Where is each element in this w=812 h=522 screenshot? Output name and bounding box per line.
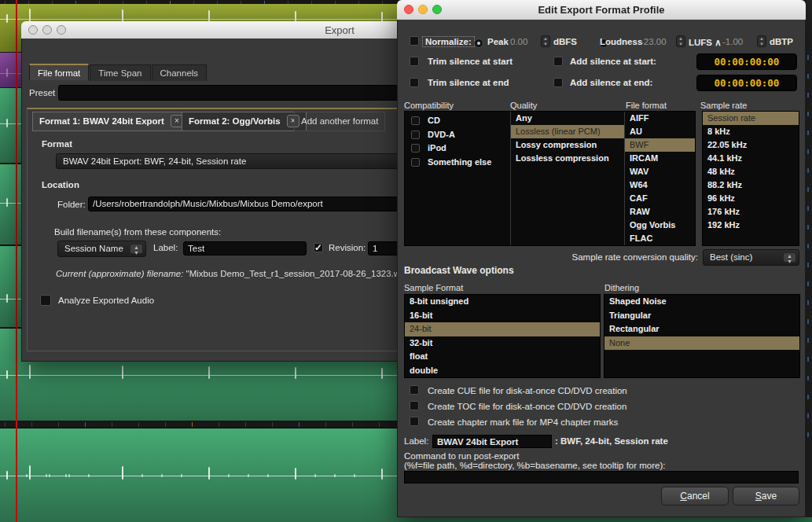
spinner-icon[interactable]: ▲▼ [757,35,766,47]
list-item[interactable]: 176 kHz [703,205,799,219]
revision-checkbox[interactable]: ✓ [314,243,323,252]
export-tabbar: File formatTime SpanChannels [29,64,208,81]
dbfs-label: dBFS [553,37,577,46]
list-item[interactable]: Triangular [604,309,799,323]
add-silence-end-label: Add silence at end: [570,78,652,87]
src-quality-select[interactable]: Best (sinc) ▲▼ [703,249,799,266]
list-item[interactable]: 8-bit unsigned [405,295,600,309]
create-cue-checkbox[interactable] [410,385,419,395]
list-item[interactable]: Ogg Vorbis [625,219,696,232]
list-item[interactable]: float [405,350,600,364]
quality-header: Quality [510,101,537,110]
list-item[interactable]: Session rate [703,112,799,125]
list-item[interactable]: 88.2 kHz [703,178,799,192]
silence-end-timecode[interactable]: 00:00:00:00 [696,75,797,91]
label-input[interactable]: Test [183,241,307,255]
current-filename-value: "Mixbus Demo_Test_r1_session_2017-08-26_… [186,269,413,278]
list-item[interactable]: Shaped Noise [604,295,799,309]
list-item[interactable]: 192 kHz [703,219,799,232]
peak-radio[interactable] [474,39,483,48]
dialog-title: Edit Export Format Profile [397,4,806,16]
list-item[interactable]: Any [511,112,624,125]
list-item[interactable]: Rectangular [604,322,799,336]
list-item[interactable]: 22.05 kHz [703,138,799,152]
checkbox[interactable] [411,130,420,139]
list-item[interactable]: 32-bit [405,336,600,351]
quality-list: AnyLossless (linear PCM)Lossy compressio… [510,112,624,245]
list-item[interactable]: Lossy compression [511,138,624,152]
list-item[interactable]: double [405,364,600,378]
filename-component-select[interactable]: Session Name ▲▼ [57,241,146,257]
list-item[interactable]: CD [405,114,510,128]
playhead[interactable] [16,0,17,522]
stepper-icon[interactable]: ▲▼ [783,252,796,263]
add-silence-end-checkbox[interactable] [553,78,563,87]
silence-start-timecode[interactable]: 00:00:00:00 [696,53,797,70]
cancel-button[interactable]: Cancel [661,487,729,505]
trim-end-checkbox[interactable] [410,78,419,87]
save-button[interactable]: Save [733,487,799,505]
list-item[interactable]: BWF [625,138,696,152]
list-item[interactable]: 8 kHz [703,125,799,138]
list-item[interactable]: IRCAM [625,152,696,165]
checkbox[interactable] [411,116,420,125]
list-item[interactable]: AIFF [625,112,696,125]
checkbox[interactable] [411,158,420,167]
create-toc-checkbox[interactable] [410,401,419,410]
dialog-titlebar[interactable]: Edit Export Format Profile [397,0,806,20]
spinner-icon[interactable]: ▲▼ [541,35,550,47]
list-item[interactable]: 48 kHz [703,165,799,178]
dithering-header: Dithering [604,283,639,292]
list-item[interactable]: Something else [405,156,510,170]
loudness-value[interactable]: -23.00 [641,37,667,46]
preset-label: Preset [29,88,55,97]
list-item[interactable]: 44.1 kHz [703,152,799,165]
list-item[interactable]: FLAC [625,232,696,245]
command-label-line2: (%f=file path, %d=directory, %b=basename… [404,461,666,470]
list-item[interactable]: Lossless (linear PCM) [511,125,624,138]
compatibility-header: Compatibility [404,101,454,110]
list-item[interactable]: 24-bit [405,322,600,336]
add-silence-start-checkbox[interactable] [553,57,563,66]
list-item[interactable]: CAF [625,192,696,205]
format-tab-1[interactable]: Format 1: BWAV 24bit Export× [32,112,190,131]
location-section-heading: Location [42,180,79,189]
add-format-tab[interactable]: Add another format [294,112,385,131]
screen: Export File formatTime SpanChannels Pres… [0,0,812,522]
loudness-label: Loudness [600,37,642,46]
file-format-list: AIFFAUBWFIRCAMWAVW64CAFRAWOgg VorbisFLAC [624,112,696,245]
trim-start-checkbox[interactable] [410,57,419,66]
list-item[interactable]: WAV [625,165,696,178]
list-item[interactable]: None [604,336,799,351]
stepper-icon[interactable]: ▲▼ [130,244,143,254]
peak-label: Peak [487,37,509,46]
list-item[interactable]: iPod [405,142,510,156]
trim-start-label: Trim silence at start [428,57,513,66]
list-item[interactable]: 16-bit [405,309,600,323]
list-item[interactable]: DVD-A [405,128,510,142]
dithering-list: Shaped NoiseTriangularRectangularNone [604,294,800,378]
spinner-icon[interactable]: ▲▼ [676,35,685,47]
file-format-header: File format [626,101,667,110]
list-item[interactable]: RAW [625,205,696,219]
list-item[interactable]: AU [625,125,696,138]
lufs-value[interactable]: -1.00 [722,37,743,46]
command-input[interactable] [404,471,799,483]
tab-time-span[interactable]: Time Span [90,64,150,81]
list-item[interactable]: Lossless compression [511,152,624,165]
profile-label-input[interactable]: BWAV 24bit Export [432,435,552,448]
list-item[interactable]: W64 [625,178,696,192]
tab-file-format[interactable]: File format [29,64,89,80]
src-quality-label: Sample rate conversion quality: [398,252,698,262]
sample-rate-header: Sample rate [700,101,747,110]
dialog-body: Normalize: Peak 0.00 ▲▼ dBFS Loudness -2… [397,20,806,517]
list-item[interactable]: 96 kHz [703,192,799,205]
checkbox[interactable] [411,144,420,153]
command-label-line1: Command to run post-export [404,451,519,461]
peak-value[interactable]: 0.00 [510,37,527,46]
analyze-audio-checkbox[interactable] [40,295,51,306]
normalize-checkbox[interactable] [410,36,419,46]
format-tab-2[interactable]: Format 2: Ogg/Vorbis× [182,112,307,131]
tab-channels[interactable]: Channels [152,64,208,81]
create-chapter-checkbox[interactable] [410,417,419,426]
